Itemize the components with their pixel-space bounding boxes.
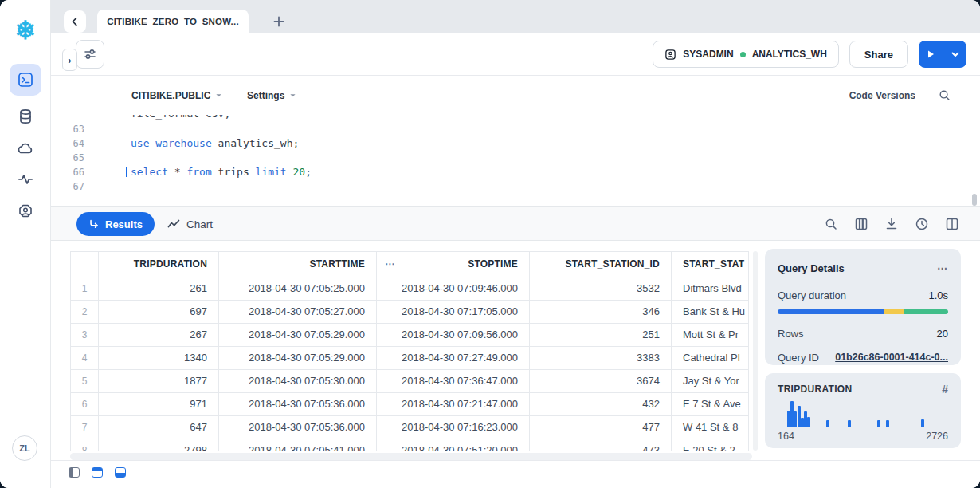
table-cell: Mott St & Pr <box>672 324 749 347</box>
table-cell: 2018-04-30 07:09:46.000 <box>377 277 530 301</box>
worksheet-toolbar: SYSADMIN ANALYTICS_WH Share <box>51 33 980 76</box>
column-header[interactable]: START_STAT <box>672 252 749 277</box>
status-bar <box>51 460 980 488</box>
column-menu-icon[interactable]: ⋯ <box>385 252 395 277</box>
table-cell: 2018-04-30 07:05:41.000 <box>219 439 377 451</box>
more-options-icon[interactable]: ⋯ <box>937 262 948 274</box>
table-row[interactable]: 76472018-04-30 07:05:36.0002018-04-30 07… <box>71 416 749 439</box>
sidebar-item-marketplace[interactable] <box>10 132 41 164</box>
download-icon[interactable] <box>884 217 899 231</box>
warehouse-status-dot <box>740 52 746 57</box>
sliders-icon <box>83 47 97 61</box>
table-cell: 2018-04-30 07:36:47.000 <box>377 370 530 393</box>
row-number-cell: 6 <box>71 393 99 416</box>
editor-line[interactable]: 67 <box>51 179 980 194</box>
histogram-bar <box>807 417 810 427</box>
row-number-cell: 8 <box>71 439 99 451</box>
sidebar-item-worksheets[interactable] <box>10 64 41 96</box>
search-results-icon[interactable] <box>824 217 838 231</box>
histogram-bar <box>877 420 880 427</box>
expand-panel-button[interactable]: › <box>62 49 77 71</box>
table-cell: 2018-04-30 07:05:30.000 <box>219 370 377 393</box>
sidebar-item-data[interactable] <box>10 100 41 132</box>
histogram-bar <box>794 411 797 427</box>
table-cell: E 20 St & 2 <box>672 439 749 451</box>
history-clock-icon[interactable] <box>915 217 929 231</box>
editor-line[interactable]: 63 <box>51 122 980 136</box>
column-header[interactable]: START_STATION_ID <box>530 252 672 277</box>
query-duration-label: Query duration <box>778 289 846 301</box>
table-cell: 2018-04-30 07:17:05.000 <box>377 301 530 324</box>
table-row[interactable]: 69712018-04-30 07:05:36.0002018-04-30 07… <box>71 393 749 416</box>
histogram-bar <box>848 420 851 427</box>
editor-scrollbar-thumb[interactable] <box>972 194 977 206</box>
line-number: 65 <box>51 151 94 165</box>
tab-chart[interactable]: Chart <box>167 212 213 236</box>
table-horizontal-scrollbar[interactable] <box>70 453 752 460</box>
tab-results[interactable]: Results <box>76 212 155 236</box>
results-content: TRIPDURATIONSTARTTIME⋯STOPTIMESTART_STAT… <box>51 241 980 460</box>
layout-top-panel-icon[interactable] <box>92 467 103 478</box>
table-cell: 2018-04-30 07:05:25.000 <box>219 277 377 301</box>
table-row[interactable]: 518772018-04-30 07:05:30.0002018-04-30 0… <box>71 370 749 393</box>
user-avatar[interactable]: ZL <box>12 435 37 461</box>
share-button[interactable]: Share <box>849 41 908 68</box>
settings-dropdown[interactable]: Settings <box>247 90 296 101</box>
table-cell: 2018-04-30 07:09:56.000 <box>377 324 530 347</box>
run-options-button[interactable] <box>943 41 966 68</box>
table-row[interactable]: 827982018-04-30 07:05:41.0002018-04-30 0… <box>71 439 749 451</box>
query-id-link[interactable]: 01b26c86-0001-414c-0... <box>835 352 948 363</box>
table-cell: 2018-04-30 07:05:29.000 <box>219 347 377 370</box>
table-cell: 2798 <box>99 439 219 451</box>
sidebar-item-admin[interactable] <box>10 195 41 227</box>
editor-line[interactable]: 66select * from trips limit 20; <box>51 165 980 179</box>
line-number: 64 <box>51 136 94 151</box>
new-tab-button[interactable] <box>268 10 290 33</box>
query-duration-bar <box>778 309 948 314</box>
sidebar-item-activity[interactable] <box>10 163 41 195</box>
editor-line[interactable]: 64use warehouse analytics_wh; <box>51 136 980 151</box>
table-row[interactable]: 12612018-04-30 07:05:25.0002018-04-30 07… <box>71 277 749 301</box>
table-cell: Cathedral Pl <box>672 347 749 370</box>
results-tab-label: Results <box>105 218 143 230</box>
column-header[interactable]: STARTTIME <box>219 252 377 277</box>
editor-clipped-line[interactable]: file_format csv; <box>51 115 980 122</box>
table-row[interactable]: 413402018-04-30 07:05:29.0002018-04-30 0… <box>71 347 749 370</box>
column-header[interactable] <box>71 252 99 277</box>
worksheet-tab-strip: CITIBIKE_ZERO_TO_SNOW... <box>51 0 980 33</box>
table-cell: 2018-04-30 07:05:36.000 <box>219 416 377 439</box>
active-worksheet-tab[interactable]: CITIBIKE_ZERO_TO_SNOW... <box>97 10 249 33</box>
column-header[interactable]: TRIPDURATION <box>99 252 219 277</box>
columns-icon[interactable] <box>854 217 868 231</box>
tripduration-histogram[interactable] <box>778 400 948 427</box>
table-cell: 2018-04-30 07:16:23.000 <box>377 416 530 439</box>
row-number-cell: 1 <box>71 277 99 301</box>
table-row[interactable]: 32672018-04-30 07:05:29.0002018-04-30 07… <box>71 324 749 347</box>
warehouse-label: ANALYTICS_WH <box>752 49 827 60</box>
line-number: 66 <box>51 165 94 179</box>
table-cell: 2018-04-30 07:05:36.000 <box>219 393 377 416</box>
editor-line[interactable]: 65 <box>51 151 980 165</box>
session-context-selector[interactable]: SYSADMIN ANALYTICS_WH <box>653 41 839 68</box>
back-button[interactable] <box>64 10 86 33</box>
worksheet-options-button[interactable] <box>76 40 104 69</box>
table-vertical-scrollbar[interactable] <box>753 251 758 451</box>
layout-bottom-panel-icon[interactable] <box>115 467 126 478</box>
table-cell: 647 <box>99 416 219 439</box>
database-schema-selector[interactable]: CITIBIKE.PUBLIC <box>131 90 222 101</box>
editor-header: CITIBIKE.PUBLIC Settings Code Versions <box>51 76 980 115</box>
code-text <box>94 122 131 136</box>
tab-label: CITIBIKE_ZERO_TO_SNOW... <box>107 17 239 26</box>
sql-editor[interactable]: file_format csv;6364use warehouse analyt… <box>51 115 980 206</box>
table-cell: 2018-04-30 07:27:49.000 <box>377 347 530 370</box>
database-icon <box>17 108 34 125</box>
split-layout-icon[interactable] <box>945 217 959 231</box>
table-row[interactable]: 26972018-04-30 07:05:27.0002018-04-30 07… <box>71 301 749 324</box>
run-button[interactable] <box>919 41 943 68</box>
column-header[interactable]: ⋯STOPTIME <box>377 252 530 277</box>
role-badge-icon <box>664 49 676 61</box>
code-versions-button[interactable]: Code Versions <box>849 90 915 101</box>
duration-segment <box>904 309 948 314</box>
table-cell: 261 <box>99 277 219 301</box>
layout-left-panel-icon[interactable] <box>69 467 80 478</box>
